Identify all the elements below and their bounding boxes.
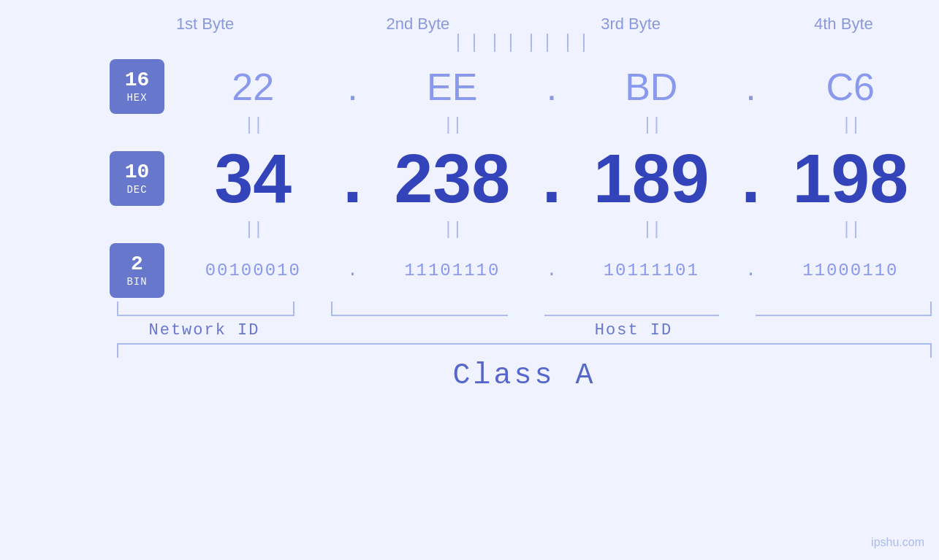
dec-dot2: . — [533, 139, 570, 218]
top-brackets — [357, 34, 583, 52]
bin-dot1: . — [335, 261, 371, 280]
dec-b2: 238 — [371, 139, 534, 218]
hex-dot3: . — [733, 65, 769, 109]
hex-dot1: . — [335, 65, 371, 109]
eq1-b2: || — [371, 115, 534, 135]
byte2-header: 2nd Byte — [330, 15, 506, 34]
hex-b1: 22 — [172, 65, 335, 109]
dec-badge: 10 DEC — [110, 151, 164, 206]
eq2-b2: || — [371, 220, 534, 239]
bin-b3: 10111101 — [570, 261, 733, 280]
eq2-b1: || — [172, 220, 335, 239]
dec-b4: 198 — [769, 139, 932, 218]
class-label-wrapper: Class A — [0, 359, 939, 396]
watermark: ipshu.com — [871, 536, 924, 549]
hex-badge-label: HEX — [126, 92, 147, 104]
dec-b3: 189 — [570, 139, 733, 218]
byte4-header: 4th Byte — [756, 15, 932, 34]
host-id-label: Host ID — [335, 318, 932, 343]
hex-b4: C6 — [769, 65, 932, 109]
eq2-b3: || — [570, 220, 733, 239]
hex-b2: EE — [371, 65, 534, 109]
main-container: 1st Byte 2nd Byte 3rd Byte 4th Byte — [0, 0, 939, 560]
network-host-brackets — [0, 302, 939, 318]
hex-badge: 16 HEX — [110, 59, 164, 114]
class-bracket — [0, 343, 939, 359]
bin-b4: 11000110 — [769, 261, 932, 280]
eq1-b1: || — [172, 115, 335, 135]
bin-badge-number: 2 — [131, 254, 143, 275]
class-label: Class A — [452, 359, 596, 392]
hex-badge-number: 16 — [125, 70, 150, 91]
bin-dot3: . — [733, 261, 769, 280]
bin-b1: 00100010 — [172, 261, 335, 280]
byte1-header: 1st Byte — [117, 15, 293, 34]
bin-dot2: . — [533, 261, 570, 280]
hex-dot2: . — [533, 65, 570, 109]
bin-badge-label: BIN — [126, 276, 147, 288]
dec-badge-label: DEC — [126, 184, 147, 196]
dec-dot1: . — [335, 139, 371, 218]
bin-b2: 11101110 — [371, 261, 534, 280]
bin-badge: 2 BIN — [110, 243, 164, 298]
dec-b1: 34 — [172, 139, 335, 218]
dec-badge-number: 10 — [125, 162, 150, 183]
network-id-label: Network ID — [110, 318, 299, 343]
eq1-b4: || — [769, 115, 932, 135]
eq2-b4: || — [769, 220, 932, 239]
dec-dot3: . — [733, 139, 769, 218]
hex-b3: BD — [570, 65, 733, 109]
eq1-b3: || — [570, 115, 733, 135]
byte3-header: 3rd Byte — [543, 15, 719, 34]
network-host-labels: Network ID Host ID — [0, 318, 939, 343]
